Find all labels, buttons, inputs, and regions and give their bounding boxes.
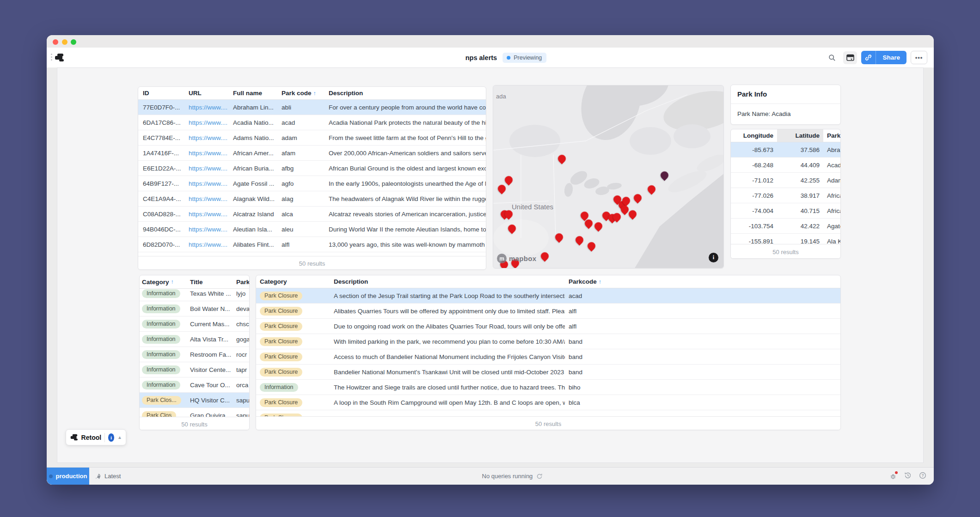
column-header[interactable]: Full name xyxy=(228,90,277,97)
table-cell: Park Closure xyxy=(256,353,330,361)
table-row[interactable]: 94B046DC-...https://www....Aleutian Isla… xyxy=(138,222,486,237)
table-row[interactable]: -74.00440.715Africa xyxy=(731,203,840,219)
column-header[interactable]: ID xyxy=(138,90,184,97)
table-cell: Agate Fossil ... xyxy=(228,180,277,187)
table-row[interactable]: -68.24844.409Acadi xyxy=(731,158,840,173)
table-cell: The headwaters of Alagnak Wild River lie… xyxy=(324,195,486,202)
column-header[interactable]: Park xyxy=(234,279,249,286)
table-row[interactable]: Park ClosureAccess to much of Bandelier … xyxy=(256,349,840,365)
table-row[interactable]: -103.75442.422Agate xyxy=(731,219,840,234)
table-row[interactable]: InformationTexas White ...lyjo xyxy=(140,289,249,301)
table-row[interactable]: 6D82D070-...https://www....Alibates Flin… xyxy=(138,237,486,252)
minimize-window-button[interactable] xyxy=(62,39,67,45)
retool-logo-icon[interactable] xyxy=(55,54,66,61)
table-row[interactable]: E6E1D22A-...https://www....African Buria… xyxy=(138,161,486,176)
table-row[interactable]: Park ClosureBandelier National Monument'… xyxy=(256,365,840,380)
column-header[interactable]: Category↑ xyxy=(140,279,188,286)
table-cell[interactable]: https://www.... xyxy=(184,165,228,172)
version-selector[interactable]: Latest xyxy=(95,468,121,485)
table-row[interactable]: -155.89119.145Ala K xyxy=(731,234,840,244)
table-row[interactable]: Park ClosGran Quivirasapu xyxy=(140,408,249,417)
info-icon[interactable]: i xyxy=(108,433,114,442)
table-row[interactable]: C4E1A9A4-...https://www....Alagnak Wild.… xyxy=(138,191,486,207)
table-cell: -85.673 xyxy=(731,146,777,153)
column-header[interactable]: Category xyxy=(256,278,330,285)
search-icon[interactable] xyxy=(825,51,839,64)
table-row[interactable]: Park ClosureAlibates Quarries Tours will… xyxy=(256,304,840,319)
table-cell: chsc xyxy=(234,321,249,328)
table-row[interactable]: InformationCave Tour O...orca xyxy=(140,377,249,393)
table-cell: agfo xyxy=(277,180,324,187)
maximize-window-button[interactable] xyxy=(71,39,76,45)
chevron-up-icon[interactable]: ▲ xyxy=(117,435,122,440)
table-row[interactable]: Park ClosureDue to ongoing road work on … xyxy=(256,319,840,334)
table-cell[interactable]: https://www.... xyxy=(184,180,228,187)
table-row[interactable]: Park ClosureA section of the Jesup Trail… xyxy=(256,288,840,304)
panel-toggle-icon[interactable] xyxy=(843,51,857,64)
table-cell[interactable]: https://www.... xyxy=(184,134,228,141)
table-row[interactable]: 64B9F127-...https://www....Agate Fossil … xyxy=(138,176,486,191)
column-header[interactable]: Parkcode↑ xyxy=(565,278,840,285)
table-row[interactable]: Park Closure xyxy=(256,410,840,416)
table-row[interactable]: E4C7784E-...https://www....Adams Natio..… xyxy=(138,130,486,146)
map-attribution-info-button[interactable]: i xyxy=(709,253,718,262)
environment-dot-icon xyxy=(49,474,53,478)
retool-floating-badge[interactable]: Retool i ▲ xyxy=(66,429,126,445)
table-cell: sapu xyxy=(234,412,249,417)
results-count: 50 results xyxy=(138,256,486,270)
history-icon[interactable] xyxy=(904,472,912,481)
debug-icon[interactable] xyxy=(889,473,897,480)
table-cell[interactable]: https://www.... xyxy=(184,226,228,233)
table-row[interactable]: InformationBoil Water N...deva xyxy=(140,301,249,316)
copy-link-button[interactable] xyxy=(861,51,876,64)
table-row[interactable]: C08AD828-...https://www....Alcatraz Isla… xyxy=(138,207,486,222)
status-dot-icon xyxy=(507,56,510,60)
window-titlebar xyxy=(47,35,934,48)
table-row[interactable]: Park ClosureA loop in the South Rim Camp… xyxy=(256,395,840,410)
mapbox-logo[interactable]: m mapbox xyxy=(497,254,536,263)
table-row[interactable]: -77.02638.917Africa xyxy=(731,188,840,203)
table-row[interactable]: InformationVisitor Cente...tapr xyxy=(140,362,249,377)
table-row[interactable]: -71.01242.255Adam xyxy=(731,173,840,188)
refresh-icon[interactable] xyxy=(536,473,543,480)
table-row[interactable]: 77E0D7F0-...https://www....Abraham Lin..… xyxy=(138,100,486,115)
column-header[interactable]: Parkname xyxy=(823,132,840,139)
category-badge: Park Clos... xyxy=(142,396,181,405)
table-row[interactable]: Park Clos...HQ Visitor C...sapu xyxy=(140,393,249,408)
table-cell[interactable]: https://www.... xyxy=(184,195,228,202)
table-cell[interactable]: https://www.... xyxy=(184,211,228,218)
table-row[interactable]: InformationAlta Vista Tr...goga xyxy=(140,332,249,347)
table-cell: Adam xyxy=(823,177,840,184)
table-row[interactable]: InformationRestroom Fa...rocr xyxy=(140,347,249,362)
table-row[interactable]: InformationThe Howitzer and Siege trails… xyxy=(256,380,840,395)
column-header[interactable]: Longitude xyxy=(731,132,777,139)
table-cell: Adams Natio... xyxy=(228,134,277,141)
table-row[interactable]: -85.67337.586Abrah xyxy=(731,142,840,158)
sort-asc-icon: ↑ xyxy=(313,90,316,97)
table-cell[interactable]: https://www.... xyxy=(184,241,228,248)
column-header[interactable]: Title xyxy=(188,279,234,286)
environment-chip[interactable]: production xyxy=(47,468,89,485)
map-panel[interactable]: ada United States m mapbox i xyxy=(493,85,724,268)
category-badge: Information xyxy=(260,383,298,392)
column-header[interactable]: URL xyxy=(184,90,228,97)
close-window-button[interactable] xyxy=(53,39,58,45)
table-row[interactable] xyxy=(138,252,486,256)
column-header[interactable]: Description xyxy=(324,90,486,97)
table-row[interactable]: 1A47416F-...https://www....African Amer.… xyxy=(138,146,486,161)
table-cell[interactable]: https://www.... xyxy=(184,119,228,126)
help-icon[interactable]: ? xyxy=(919,472,926,481)
column-header[interactable]: Latitude xyxy=(777,129,823,142)
table-cell: Bandelier National Monument's Tsankawi U… xyxy=(330,369,565,376)
table-row[interactable]: Park ClosureWith limited parking in the … xyxy=(256,334,840,349)
table-cell[interactable]: https://www.... xyxy=(184,150,228,157)
table-cell: Aleutian Isla... xyxy=(228,226,277,233)
column-header[interactable]: Park code↑ xyxy=(277,90,324,97)
more-options-button[interactable]: ••• xyxy=(911,51,927,64)
share-button[interactable]: Share xyxy=(876,51,906,64)
table-row[interactable]: InformationCurrent Mas...chsc xyxy=(140,316,249,332)
alert-titles-table: Category↑TitleParkInformationTexas White… xyxy=(139,275,250,430)
table-cell[interactable]: https://www.... xyxy=(184,104,228,111)
column-header[interactable]: Description xyxy=(330,278,565,285)
table-row[interactable]: 6DA17C86-...https://www....Acadia Natio.… xyxy=(138,115,486,130)
